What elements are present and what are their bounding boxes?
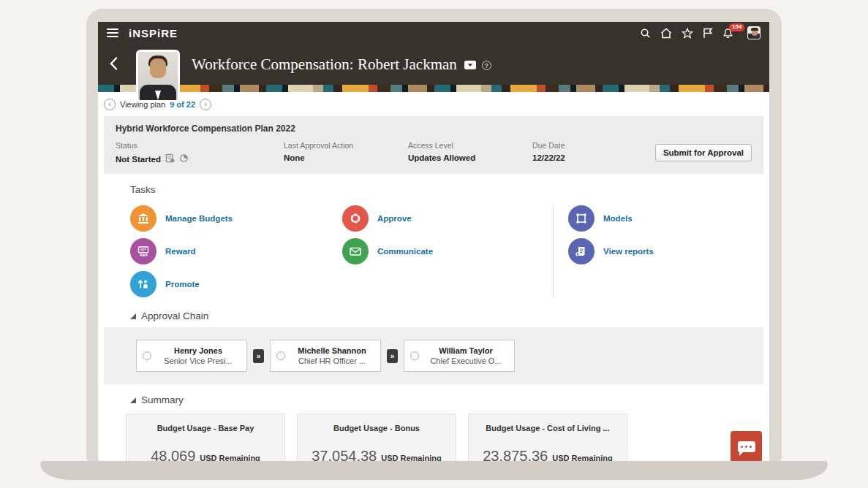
task-label: Manage Budgets bbox=[165, 214, 233, 223]
status-value: Not Started bbox=[116, 155, 161, 164]
app-screen: iNSPiRE 154 Workforce Compens bbox=[98, 22, 769, 461]
presentation-icon bbox=[130, 238, 156, 264]
approver-card[interactable]: Henry Jones Senior Vice Presi... bbox=[136, 340, 247, 372]
tasks-heading: Tasks bbox=[130, 184, 769, 195]
radio-icon[interactable] bbox=[276, 351, 285, 360]
radio-icon[interactable] bbox=[410, 351, 419, 360]
approver-title: Chief Executive O... bbox=[423, 357, 508, 365]
last-approval-value: None bbox=[284, 153, 305, 162]
task-communicate[interactable]: Communicate bbox=[342, 238, 553, 264]
favorites-icon[interactable] bbox=[682, 28, 693, 39]
approver-card[interactable]: Michelle Shannon Chief HR Officer ... bbox=[270, 340, 381, 372]
plan-name: Hybrid Workforce Compensation Plan 2022 bbox=[116, 123, 752, 134]
access-level-value: Updates Allowed bbox=[408, 153, 475, 162]
bank-icon bbox=[130, 205, 156, 232]
notifications-icon[interactable]: 154 bbox=[722, 28, 733, 39]
task-label: Communicate bbox=[377, 247, 433, 256]
chevron-double-right-icon: » bbox=[253, 349, 264, 363]
collapse-icon bbox=[130, 397, 136, 403]
back-icon[interactable] bbox=[110, 57, 118, 73]
task-manage-budgets[interactable]: Manage Budgets bbox=[130, 205, 342, 232]
approver-name: Michelle Shannon bbox=[290, 346, 374, 355]
page-title: Workforce Compensation: Robert Jackman bbox=[192, 56, 457, 74]
video-icon[interactable] bbox=[464, 59, 476, 72]
approval-chain-heading[interactable]: Approval Chain bbox=[98, 300, 769, 327]
notification-badge: 154 bbox=[729, 23, 744, 31]
budget-card-title: Budget Usage - Bonus bbox=[298, 424, 456, 432]
task-promote[interactable]: Promote bbox=[130, 271, 342, 297]
envelope-icon bbox=[342, 238, 369, 264]
remaining-amount: 37,054.38 bbox=[312, 448, 377, 461]
plan-details-icon[interactable] bbox=[165, 153, 175, 164]
task-label: Reward bbox=[165, 247, 196, 256]
approval-chain: Henry Jones Senior Vice Presi... » Miche… bbox=[104, 327, 763, 384]
flag-icon[interactable] bbox=[703, 28, 713, 39]
due-date-value: 12/22/22 bbox=[532, 153, 565, 162]
remaining-amount: 23,875.36 bbox=[483, 448, 548, 461]
summary-heading[interactable]: Summary bbox=[98, 384, 769, 411]
budget-card-base-pay: Budget Usage - Base Pay 48,069 USD Remai… bbox=[126, 413, 285, 461]
remaining-unit: USD Remaining bbox=[381, 454, 442, 461]
app-logo: iNSPiRE bbox=[129, 27, 178, 39]
global-topbar: iNSPiRE 154 bbox=[98, 22, 769, 44]
collapse-icon bbox=[130, 313, 136, 319]
budget-card-bonus: Budget Usage - Bonus 37,054.38 USD Remai… bbox=[297, 413, 456, 461]
task-label: Models bbox=[603, 214, 633, 223]
approver-title: Chief HR Officer ... bbox=[290, 357, 374, 365]
budget-card-cost-of-living: Budget Usage - Cost of Living ... 23,875… bbox=[468, 413, 627, 461]
due-date-label: Due Date bbox=[532, 141, 565, 150]
task-label: View reports bbox=[603, 247, 654, 256]
approver-name: Henry Jones bbox=[156, 346, 241, 355]
summary-title: Summary bbox=[141, 394, 184, 405]
remaining-unit: USD Remaining bbox=[552, 454, 613, 461]
chevron-double-right-icon: » bbox=[387, 349, 398, 363]
remaining-amount: 48,069 bbox=[151, 448, 195, 461]
decorative-pattern-strip bbox=[98, 85, 769, 92]
laptop-base bbox=[40, 461, 828, 480]
task-label: Approve bbox=[377, 214, 412, 223]
search-icon[interactable] bbox=[640, 28, 651, 39]
plan-info-bar: Hybrid Workforce Compensation Plan 2022 … bbox=[104, 116, 763, 174]
employee-photo bbox=[136, 50, 180, 102]
page-header: Workforce Compensation: Robert Jackman ? bbox=[98, 44, 769, 85]
budget-card-title: Budget Usage - Cost of Living ... bbox=[469, 424, 627, 432]
remaining-unit: USD Remaining bbox=[200, 454, 260, 461]
approver-card[interactable]: William Taylor Chief Executive O... bbox=[404, 340, 515, 372]
summary-cards: Budget Usage - Base Pay 48,069 USD Remai… bbox=[98, 411, 769, 461]
last-approval-label: Last Approval Action bbox=[284, 141, 408, 150]
previous-plan-icon[interactable]: ‹ bbox=[104, 99, 116, 110]
approver-title: Senior Vice Presi... bbox=[156, 357, 241, 365]
status-label: Status bbox=[116, 141, 284, 150]
submit-for-approval-button[interactable]: Submit for Approval bbox=[655, 144, 752, 161]
menu-icon[interactable] bbox=[107, 28, 118, 37]
approver-name: William Taylor bbox=[423, 346, 508, 355]
approval-chain-title: Approval Chain bbox=[141, 310, 208, 321]
promote-icon bbox=[130, 271, 156, 297]
tasks-section: Tasks Manage Budgets Reward bbox=[98, 174, 769, 300]
user-avatar[interactable] bbox=[747, 26, 761, 39]
budget-card-title: Budget Usage - Base Pay bbox=[127, 424, 284, 432]
next-plan-icon[interactable]: › bbox=[200, 99, 211, 110]
task-models[interactable]: Models bbox=[568, 205, 654, 232]
task-approve[interactable]: Approve bbox=[342, 205, 553, 232]
report-icon bbox=[568, 238, 595, 264]
plan-navigator: ‹ Viewing plan 9 of 22 › bbox=[98, 92, 769, 116]
access-level-label: Access Level bbox=[408, 141, 532, 150]
chat-bubble-icon bbox=[738, 441, 755, 452]
help-icon[interactable]: ? bbox=[482, 61, 491, 70]
chat-button[interactable] bbox=[731, 431, 762, 461]
dotted-circle-icon bbox=[342, 205, 369, 232]
home-icon[interactable] bbox=[660, 28, 672, 39]
task-label: Promote bbox=[165, 280, 200, 289]
task-reward[interactable]: Reward bbox=[130, 238, 342, 264]
task-view-reports[interactable]: View reports bbox=[568, 238, 654, 264]
pie-chart-icon[interactable] bbox=[179, 153, 189, 164]
models-icon bbox=[568, 205, 595, 232]
radio-icon[interactable] bbox=[143, 351, 151, 360]
